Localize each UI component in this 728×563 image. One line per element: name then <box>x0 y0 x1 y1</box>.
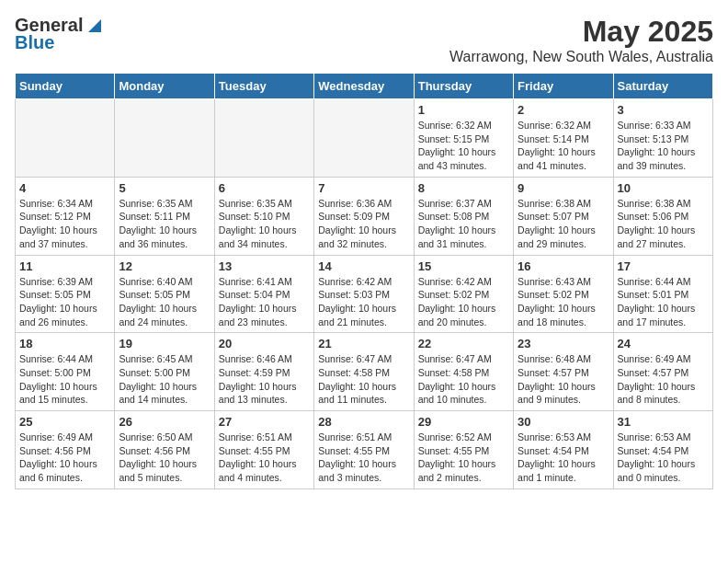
weekday-header: Thursday <box>414 74 513 99</box>
calendar-cell: 12Sunrise: 6:40 AM Sunset: 5:05 PM Dayli… <box>115 255 214 333</box>
calendar-cell: 10Sunrise: 6:38 AM Sunset: 5:06 PM Dayli… <box>613 177 712 255</box>
day-info: Sunrise: 6:41 AM Sunset: 5:04 PM Dayligh… <box>219 275 310 329</box>
day-number: 25 <box>19 415 110 429</box>
day-info: Sunrise: 6:38 AM Sunset: 5:07 PM Dayligh… <box>518 197 609 251</box>
day-number: 29 <box>418 415 509 429</box>
calendar-cell <box>314 99 414 178</box>
calendar-cell: 14Sunrise: 6:42 AM Sunset: 5:03 PM Dayli… <box>314 255 414 333</box>
day-number: 18 <box>19 337 110 350</box>
day-info: Sunrise: 6:34 AM Sunset: 5:12 PM Dayligh… <box>19 197 110 251</box>
day-number: 7 <box>318 181 409 195</box>
day-info: Sunrise: 6:51 AM Sunset: 4:55 PM Dayligh… <box>219 431 310 485</box>
day-number: 15 <box>418 259 509 273</box>
calendar-cell: 26Sunrise: 6:50 AM Sunset: 4:56 PM Dayli… <box>115 411 214 489</box>
day-number: 13 <box>219 259 310 273</box>
calendar-cell: 27Sunrise: 6:51 AM Sunset: 4:55 PM Dayli… <box>214 411 313 489</box>
day-info: Sunrise: 6:47 AM Sunset: 4:58 PM Dayligh… <box>318 352 409 407</box>
day-number: 9 <box>518 181 609 195</box>
calendar-cell: 22Sunrise: 6:47 AM Sunset: 4:58 PM Dayli… <box>414 333 513 411</box>
calendar-cell: 3Sunrise: 6:33 AM Sunset: 5:13 PM Daylig… <box>613 99 712 178</box>
title-block: May 2025 Warrawong, New South Wales, Aus… <box>449 15 713 65</box>
day-number: 31 <box>618 415 709 429</box>
calendar-cell: 11Sunrise: 6:39 AM Sunset: 5:05 PM Dayli… <box>16 255 115 333</box>
day-info: Sunrise: 6:32 AM Sunset: 5:15 PM Dayligh… <box>418 119 509 173</box>
day-info: Sunrise: 6:44 AM Sunset: 5:00 PM Dayligh… <box>19 352 110 407</box>
day-number: 3 <box>618 103 709 117</box>
logo-icon <box>85 16 105 36</box>
calendar-cell: 6Sunrise: 6:35 AM Sunset: 5:10 PM Daylig… <box>214 177 313 255</box>
weekday-header: Sunday <box>16 74 115 99</box>
day-info: Sunrise: 6:49 AM Sunset: 4:57 PM Dayligh… <box>618 352 709 407</box>
day-number: 22 <box>418 337 509 350</box>
day-number: 20 <box>219 337 310 350</box>
day-number: 17 <box>618 259 709 273</box>
day-number: 14 <box>318 259 409 273</box>
weekday-header: Saturday <box>613 74 712 99</box>
calendar-cell: 21Sunrise: 6:47 AM Sunset: 4:58 PM Dayli… <box>314 333 414 411</box>
day-info: Sunrise: 6:43 AM Sunset: 5:02 PM Dayligh… <box>518 275 609 329</box>
day-number: 5 <box>119 181 210 195</box>
calendar-week-row: 1Sunrise: 6:32 AM Sunset: 5:15 PM Daylig… <box>16 99 713 178</box>
calendar-cell: 19Sunrise: 6:45 AM Sunset: 5:00 PM Dayli… <box>115 333 214 411</box>
calendar-cell: 25Sunrise: 6:49 AM Sunset: 4:56 PM Dayli… <box>16 411 115 489</box>
day-number: 16 <box>518 259 609 273</box>
day-info: Sunrise: 6:50 AM Sunset: 4:56 PM Dayligh… <box>119 431 210 485</box>
day-info: Sunrise: 6:46 AM Sunset: 4:59 PM Dayligh… <box>219 352 310 407</box>
day-number: 19 <box>119 337 210 350</box>
day-number: 24 <box>618 337 709 350</box>
calendar-cell: 13Sunrise: 6:41 AM Sunset: 5:04 PM Dayli… <box>214 255 313 333</box>
day-info: Sunrise: 6:53 AM Sunset: 4:54 PM Dayligh… <box>618 431 709 485</box>
day-info: Sunrise: 6:48 AM Sunset: 4:57 PM Dayligh… <box>518 352 609 407</box>
day-number: 12 <box>119 259 210 273</box>
calendar-cell: 2Sunrise: 6:32 AM Sunset: 5:14 PM Daylig… <box>514 99 613 178</box>
day-info: Sunrise: 6:45 AM Sunset: 5:00 PM Dayligh… <box>119 352 210 407</box>
day-info: Sunrise: 6:35 AM Sunset: 5:11 PM Dayligh… <box>119 197 210 251</box>
calendar-cell: 9Sunrise: 6:38 AM Sunset: 5:07 PM Daylig… <box>514 177 613 255</box>
calendar-cell: 1Sunrise: 6:32 AM Sunset: 5:15 PM Daylig… <box>414 99 513 178</box>
calendar-cell: 23Sunrise: 6:48 AM Sunset: 4:57 PM Dayli… <box>514 333 613 411</box>
calendar-cell <box>16 99 115 178</box>
day-info: Sunrise: 6:49 AM Sunset: 4:56 PM Dayligh… <box>19 431 110 485</box>
day-number: 10 <box>618 181 709 195</box>
day-info: Sunrise: 6:44 AM Sunset: 5:01 PM Dayligh… <box>618 275 709 329</box>
calendar-cell: 4Sunrise: 6:34 AM Sunset: 5:12 PM Daylig… <box>16 177 115 255</box>
weekday-header: Friday <box>514 74 613 99</box>
day-info: Sunrise: 6:39 AM Sunset: 5:05 PM Dayligh… <box>19 275 110 329</box>
calendar-cell: 30Sunrise: 6:53 AM Sunset: 4:54 PM Dayli… <box>514 411 613 489</box>
calendar-cell: 29Sunrise: 6:52 AM Sunset: 4:55 PM Dayli… <box>414 411 513 489</box>
day-number: 30 <box>518 415 609 429</box>
day-number: 1 <box>418 103 509 117</box>
day-info: Sunrise: 6:35 AM Sunset: 5:10 PM Dayligh… <box>219 197 310 251</box>
day-number: 4 <box>19 181 110 195</box>
day-number: 21 <box>318 337 409 350</box>
calendar-table: SundayMondayTuesdayWednesdayThursdayFrid… <box>15 73 713 489</box>
day-info: Sunrise: 6:51 AM Sunset: 4:55 PM Dayligh… <box>318 431 409 485</box>
day-number: 2 <box>518 103 609 117</box>
day-number: 23 <box>518 337 609 350</box>
weekday-header: Wednesday <box>314 74 414 99</box>
day-info: Sunrise: 6:42 AM Sunset: 5:03 PM Dayligh… <box>318 275 409 329</box>
calendar-cell: 28Sunrise: 6:51 AM Sunset: 4:55 PM Dayli… <box>314 411 414 489</box>
day-info: Sunrise: 6:37 AM Sunset: 5:08 PM Dayligh… <box>418 197 509 251</box>
calendar-cell: 18Sunrise: 6:44 AM Sunset: 5:00 PM Dayli… <box>16 333 115 411</box>
subtitle: Warrawong, New South Wales, Australia <box>449 49 713 65</box>
calendar-header-row: SundayMondayTuesdayWednesdayThursdayFrid… <box>16 74 713 99</box>
calendar-cell <box>214 99 313 178</box>
day-info: Sunrise: 6:42 AM Sunset: 5:02 PM Dayligh… <box>418 275 509 329</box>
day-number: 8 <box>418 181 509 195</box>
day-info: Sunrise: 6:47 AM Sunset: 4:58 PM Dayligh… <box>418 352 509 407</box>
day-number: 26 <box>119 415 210 429</box>
calendar-cell: 15Sunrise: 6:42 AM Sunset: 5:02 PM Dayli… <box>414 255 513 333</box>
day-number: 6 <box>219 181 310 195</box>
calendar-cell: 31Sunrise: 6:53 AM Sunset: 4:54 PM Dayli… <box>613 411 712 489</box>
calendar-cell: 7Sunrise: 6:36 AM Sunset: 5:09 PM Daylig… <box>314 177 414 255</box>
weekday-header: Tuesday <box>214 74 313 99</box>
calendar-week-row: 25Sunrise: 6:49 AM Sunset: 4:56 PM Dayli… <box>16 411 713 489</box>
day-info: Sunrise: 6:32 AM Sunset: 5:14 PM Dayligh… <box>518 119 609 173</box>
calendar-cell: 8Sunrise: 6:37 AM Sunset: 5:08 PM Daylig… <box>414 177 513 255</box>
calendar-week-row: 4Sunrise: 6:34 AM Sunset: 5:12 PM Daylig… <box>16 177 713 255</box>
calendar-cell: 16Sunrise: 6:43 AM Sunset: 5:02 PM Dayli… <box>514 255 613 333</box>
day-info: Sunrise: 6:53 AM Sunset: 4:54 PM Dayligh… <box>518 431 609 485</box>
page-header: General Blue May 2025 Warrawong, New Sou… <box>15 15 713 65</box>
weekday-header: Monday <box>115 74 214 99</box>
